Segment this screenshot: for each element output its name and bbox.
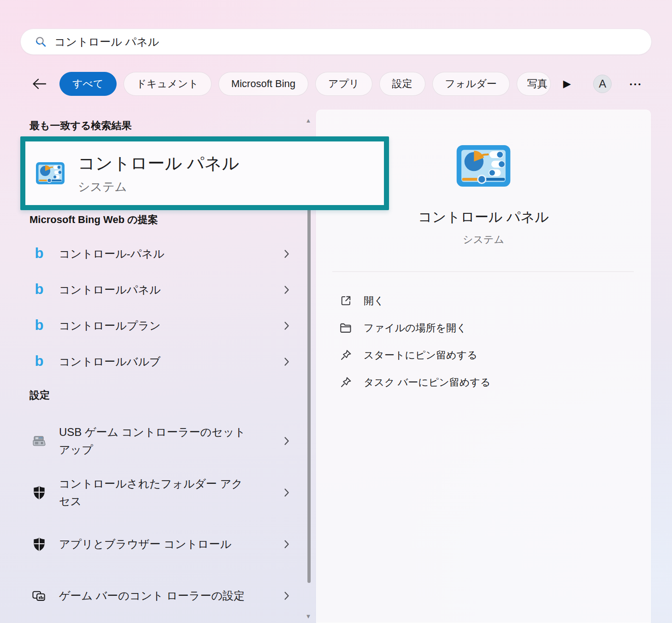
filter-tab-documents[interactable]: ドキュメント [124, 72, 212, 96]
filter-tab-label: 設定 [392, 77, 413, 91]
scrollbar-thumb[interactable] [307, 203, 311, 583]
open-external-icon [339, 294, 353, 307]
filter-tab-bing[interactable]: Microsoft Bing [218, 72, 308, 96]
scroll-down-arrow[interactable]: ▼ [304, 613, 313, 620]
best-match-result[interactable]: コントロール パネル システム [20, 136, 389, 210]
best-match-header: 最も一致する検索結果 [29, 119, 132, 133]
chevron-right-icon [284, 591, 289, 600]
best-match-text: コントロール パネル システム [78, 152, 239, 195]
pin-icon [339, 349, 353, 361]
action-open-file-location[interactable]: ファイルの場所を開く [339, 314, 632, 341]
action-pin-to-start[interactable]: スタートにピン留めする [339, 341, 632, 369]
action-label: タスク バーにピン留めする [364, 376, 490, 389]
search-input[interactable] [54, 35, 641, 48]
filter-tab-label: ドキュメント [136, 77, 199, 91]
folder-icon [339, 322, 353, 334]
filter-tab-folders[interactable]: フォルダー [432, 72, 510, 96]
chevron-right-icon [284, 321, 289, 330]
chevron-right-icon [284, 436, 289, 446]
chevron-right-icon [284, 357, 289, 366]
settings-result-label: ゲーム バーのコント ローラーの設定 [59, 587, 245, 605]
filter-tab-label: フォルダー [445, 77, 497, 91]
overflow-menu-button[interactable]: ••• [628, 76, 644, 92]
action-pin-to-taskbar[interactable]: タスク バーにピン留めする [339, 369, 632, 396]
security-shield-icon [29, 537, 49, 552]
filter-tab-label: アプリ [328, 77, 360, 91]
settings-result-label: アプリとブラウザー コントロール [59, 535, 231, 553]
settings-section-header: 設定 [29, 388, 50, 402]
chevron-right-icon [284, 285, 289, 294]
usb-game-controller-icon [29, 434, 49, 448]
windows-search-flyout: すべて ドキュメント Microsoft Bing アプリ 設定 フォルダー 写… [0, 0, 672, 623]
best-match-title: コントロール パネル [78, 152, 239, 175]
action-label: スタートにピン留めする [364, 348, 477, 362]
chevron-right-icon [284, 249, 289, 259]
filter-tab-label: 写真 [527, 77, 548, 91]
settings-result-row[interactable]: コントロールされたフォルダー アクセス [29, 467, 296, 518]
filter-row: すべて ドキュメント Microsoft Bing アプリ 設定 フォルダー 写… [29, 71, 647, 97]
action-open[interactable]: 開く [339, 287, 632, 314]
bing-icon: b [29, 246, 49, 260]
more-filters-arrow-icon[interactable]: ▶ [561, 76, 573, 92]
best-match-subtitle: システム [78, 179, 239, 195]
search-icon [35, 35, 47, 48]
bing-suggestions-header: Microsoft Bing Web の提案 [29, 213, 158, 227]
search-bar[interactable] [20, 29, 652, 55]
back-arrow-icon [31, 78, 47, 90]
filter-tab-label: すべて [72, 77, 104, 91]
best-match-inner: コントロール パネル システム [25, 141, 384, 205]
preview-title: コントロール パネル [317, 208, 650, 227]
bing-suggestion-row[interactable]: b コントロールバルブ [29, 344, 296, 380]
avatar-initial: A [599, 77, 606, 90]
bing-suggestion-row[interactable]: b コントロールプラン [29, 308, 296, 344]
game-bar-icon [29, 589, 49, 603]
bing-icon: b [29, 354, 49, 368]
chevron-right-icon [284, 488, 289, 497]
settings-result-label: USB ゲーム コントローラーのセットアップ [59, 423, 253, 458]
settings-result-row[interactable]: アプリとブラウザー コントロール [29, 518, 296, 570]
action-label: 開く [364, 294, 384, 308]
control-panel-icon [35, 161, 65, 185]
settings-result-label: コントロールされたフォルダー アクセス [59, 475, 253, 510]
filter-tab-all[interactable]: すべて [59, 72, 117, 96]
filter-tab-photos[interactable]: 写真 [517, 72, 551, 96]
back-button[interactable] [29, 74, 49, 94]
bing-suggestion-label: コントロールバルブ [59, 353, 161, 370]
bing-suggestion-label: コントロール-パネル [59, 245, 165, 263]
settings-result-row[interactable]: USB ゲーム コントローラーのセットアップ [29, 415, 296, 467]
divider [332, 271, 634, 272]
chevron-right-icon [284, 540, 289, 549]
filter-tab-settings[interactable]: 設定 [379, 72, 425, 96]
bing-suggestion-row[interactable]: b コントロールパネル [29, 272, 296, 308]
filter-tab-label: Microsoft Bing [231, 78, 295, 90]
action-list: 開く ファイルの場所を開く スタートにピン留めす [339, 287, 632, 396]
bing-icon: b [29, 282, 49, 296]
avatar[interactable]: A [593, 75, 612, 93]
control-panel-icon [455, 144, 512, 189]
security-shield-icon [29, 485, 49, 500]
bing-suggestion-label: コントロールパネル [59, 281, 161, 299]
pin-icon [339, 376, 353, 388]
scroll-up-arrow[interactable]: ▲ [304, 117, 313, 124]
filter-tab-apps[interactable]: アプリ [315, 72, 372, 96]
bing-icon: b [29, 318, 49, 332]
action-label: ファイルの場所を開く [364, 321, 467, 335]
bing-suggestions-list: b コントロール-パネル b コントロールパネル b コントロールプラン b コ… [29, 236, 296, 380]
bing-suggestion-label: コントロールプラン [59, 317, 161, 335]
settings-result-row[interactable]: ゲーム バーのコント ローラーの設定 [29, 570, 296, 622]
preview-subtitle: システム [317, 233, 650, 247]
settings-results-list: USB ゲーム コントローラーのセットアップ コントロールされたフォルダー アク… [29, 415, 296, 622]
bing-suggestion-row[interactable]: b コントロール-パネル [29, 236, 296, 272]
